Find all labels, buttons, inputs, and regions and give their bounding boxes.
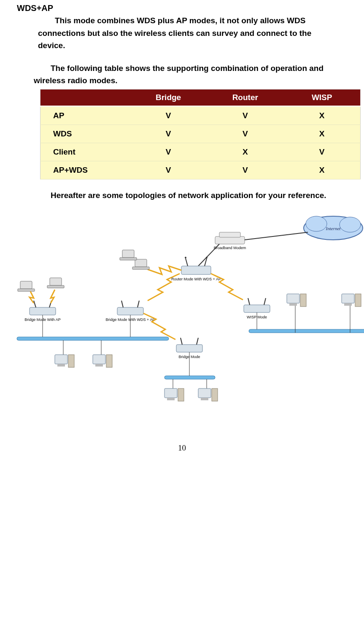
svg-rect-4 — [219, 232, 240, 237]
svg-rect-44 — [167, 398, 175, 400]
svg-rect-41 — [344, 303, 352, 306]
table-cell: V — [207, 106, 283, 125]
svg-rect-11 — [132, 267, 149, 269]
topology-diagram: Internet Broadband Modem Router Mode Wit… — [13, 207, 364, 418]
table-row: AP V V X — [40, 106, 361, 125]
connection-line — [198, 244, 219, 266]
broadband-modem-icon: Broadband Modem — [214, 232, 246, 250]
svg-rect-21 — [117, 307, 143, 315]
internet-label: Internet — [326, 226, 341, 231]
svg-rect-47 — [201, 398, 208, 400]
table-cell: V — [130, 125, 207, 143]
table-cell: V — [130, 106, 207, 125]
table-cell: V — [130, 143, 207, 161]
svg-rect-14 — [30, 307, 56, 315]
laptop-icon — [132, 259, 149, 269]
desktop-pc-icon — [342, 294, 361, 307]
svg-rect-19 — [50, 278, 62, 285]
table-cell: X — [283, 125, 360, 143]
lan-segment-bottom — [164, 376, 215, 379]
compatibility-table: Bridge Router WISP AP V V X WDS V V X Cl… — [40, 89, 361, 179]
svg-rect-10 — [135, 259, 147, 267]
lan-segment-right — [249, 329, 364, 333]
table-cell: X — [207, 143, 283, 161]
paragraph-2: The following table shows the supporting… — [34, 62, 343, 87]
svg-rect-13 — [120, 258, 137, 260]
svg-line-23 — [138, 301, 139, 307]
table-cell: X — [283, 106, 360, 125]
svg-rect-24 — [244, 305, 270, 312]
svg-rect-17 — [20, 281, 32, 289]
modem-label: Broadband Modem — [214, 246, 246, 250]
svg-rect-40 — [355, 294, 361, 307]
wireless-link-icon — [30, 291, 34, 303]
svg-rect-3 — [215, 236, 245, 244]
svg-rect-30 — [55, 355, 67, 364]
svg-rect-32 — [57, 364, 65, 367]
para1-line1: This mode combines WDS plus AP modes, it… — [38, 15, 343, 27]
section-title: WDS+AP — [17, 3, 347, 13]
table-cell: V — [207, 125, 283, 143]
svg-rect-20 — [47, 285, 64, 288]
router-label: Router Mode With WDS + AP — [171, 277, 221, 281]
svg-rect-12 — [122, 250, 134, 258]
svg-rect-37 — [300, 294, 306, 307]
desktop-pc-icon — [93, 355, 112, 367]
svg-line-25 — [248, 298, 250, 305]
laptop-icon — [18, 281, 35, 291]
table-rowhead-ap: AP — [40, 106, 130, 125]
table-header-row: Bridge Router WISP — [40, 89, 361, 106]
svg-rect-18 — [18, 289, 35, 291]
svg-rect-33 — [93, 355, 105, 364]
svg-point-1 — [306, 216, 327, 231]
svg-rect-31 — [68, 355, 74, 367]
lan-segment-left — [17, 337, 169, 340]
paragraph-1: This mode combines WDS plus AP modes, it… — [38, 15, 343, 52]
svg-rect-36 — [287, 294, 299, 303]
svg-line-22 — [121, 301, 123, 307]
svg-rect-27 — [176, 345, 202, 352]
table-rowhead-wds: WDS — [40, 125, 130, 143]
svg-rect-43 — [178, 388, 184, 401]
wireless-link-icon — [148, 266, 181, 274]
desktop-pc-icon — [287, 294, 306, 307]
svg-rect-42 — [164, 388, 177, 398]
wireless-link-icon — [51, 290, 55, 303]
svg-rect-46 — [212, 388, 218, 401]
table-header-bridge: Bridge — [130, 89, 207, 106]
table-rowhead-client: Client — [40, 143, 130, 161]
desktop-pc-icon — [55, 355, 74, 367]
svg-rect-38 — [289, 303, 297, 306]
para2-line1: The following table shows the supporting… — [34, 62, 343, 74]
svg-rect-35 — [95, 364, 103, 367]
desktop-pc-icon — [198, 388, 218, 401]
svg-rect-45 — [198, 388, 211, 398]
laptop-icon — [120, 250, 137, 260]
table-cell: V — [207, 161, 283, 179]
para1-line2: connections but also the wireless client… — [38, 27, 343, 39]
table-cell: V — [130, 161, 207, 179]
para3: Hereafter are some topologies of network… — [34, 190, 343, 201]
svg-line-15 — [34, 301, 36, 307]
svg-line-28 — [181, 338, 182, 345]
table-row: Client V X V — [40, 143, 361, 161]
table-header-empty — [40, 89, 130, 106]
table-row: WDS V V X — [40, 125, 361, 143]
table-cell: V — [283, 143, 360, 161]
internet-cloud-icon: Internet — [304, 216, 363, 240]
page-number: 10 — [17, 443, 347, 453]
table-row: AP+WDS V V X — [40, 161, 361, 179]
svg-point-2 — [340, 217, 361, 232]
svg-line-29 — [197, 338, 198, 345]
connection-line — [245, 232, 308, 240]
svg-point-9 — [206, 257, 208, 258]
para1-line3: device. — [38, 40, 343, 52]
table-header-wisp: WISP — [283, 89, 360, 106]
svg-line-6 — [186, 258, 188, 266]
svg-rect-34 — [106, 355, 112, 367]
paragraph-3: Hereafter are some topologies of network… — [34, 190, 343, 201]
svg-line-26 — [264, 298, 266, 305]
svg-rect-5 — [181, 266, 211, 274]
table-header-router: Router — [207, 89, 283, 106]
svg-point-8 — [185, 257, 186, 258]
